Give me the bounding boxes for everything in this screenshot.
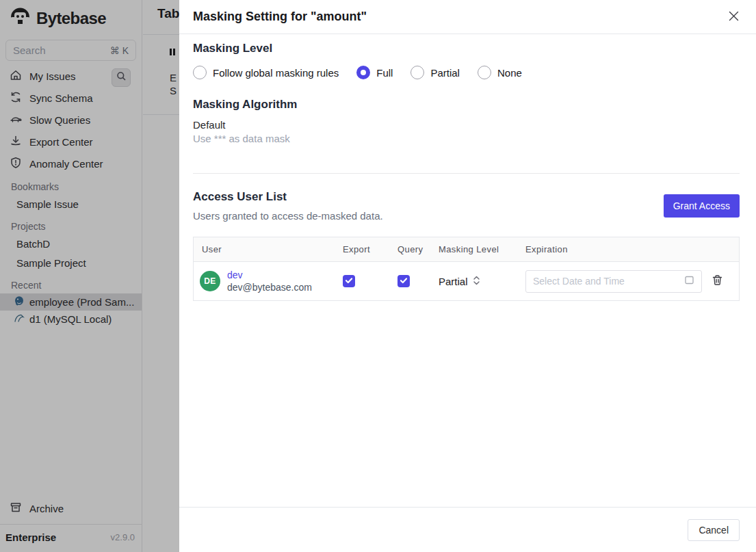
dialog-body: Masking Level Follow global masking rule… bbox=[179, 42, 756, 301]
check-icon bbox=[345, 275, 353, 287]
avatar: DE bbox=[200, 271, 220, 291]
expiration-date-input[interactable] bbox=[533, 276, 684, 287]
user-cell: DE dev dev@bytebase.com bbox=[194, 269, 335, 293]
cancel-button[interactable]: Cancel bbox=[688, 519, 740, 541]
calendar-icon bbox=[684, 275, 694, 288]
column-header-expiration: Expiration bbox=[517, 237, 702, 261]
masking-setting-dialog: Masking Setting for "amount" Masking Lev… bbox=[179, 0, 756, 552]
column-header-masking-level: Masking Level bbox=[430, 237, 517, 261]
algorithm-description: Use *** as data mask bbox=[193, 133, 740, 144]
select-chevrons-icon bbox=[473, 275, 480, 288]
user-name-link[interactable]: dev bbox=[227, 269, 312, 281]
export-checkbox[interactable] bbox=[343, 275, 355, 287]
radio-label: Full bbox=[376, 67, 393, 79]
column-header-query: Query bbox=[389, 237, 430, 261]
radio-circle-selected bbox=[356, 66, 370, 79]
masking-level-heading: Masking Level bbox=[193, 42, 740, 55]
actions-cell bbox=[702, 274, 739, 288]
delete-access-button[interactable] bbox=[712, 274, 723, 288]
screen: Bytebase Search ⌘ K My Issues bbox=[0, 0, 756, 552]
user-identity: dev dev@bytebase.com bbox=[227, 269, 312, 293]
export-cell bbox=[335, 275, 389, 287]
radio-label: Follow global masking rules bbox=[213, 67, 339, 79]
access-user-list-heading: Access User List bbox=[193, 190, 383, 204]
dialog-header: Masking Setting for "amount" bbox=[179, 0, 756, 34]
radio-circle bbox=[410, 66, 424, 79]
query-checkbox[interactable] bbox=[397, 275, 410, 287]
dialog-footer: Cancel bbox=[179, 507, 756, 552]
column-header-user: User bbox=[194, 237, 335, 261]
radio-label: None bbox=[497, 67, 522, 79]
radio-follow-global[interactable]: Follow global masking rules bbox=[193, 66, 339, 79]
radio-none[interactable]: None bbox=[478, 66, 522, 79]
masking-algorithm-heading: Masking Algorithm bbox=[193, 98, 740, 111]
query-cell bbox=[389, 275, 430, 287]
dialog-title: Masking Setting for "amount" bbox=[193, 10, 367, 24]
radio-label: Partial bbox=[430, 67, 460, 79]
expiration-date-picker[interactable] bbox=[525, 270, 702, 293]
access-user-table: User Export Query Masking Level Expirati… bbox=[193, 237, 740, 301]
radio-circle bbox=[478, 66, 491, 79]
access-header-text: Access User List Users granted to access… bbox=[193, 190, 383, 222]
check-icon bbox=[400, 275, 408, 287]
radio-partial[interactable]: Partial bbox=[410, 66, 460, 79]
expiration-cell bbox=[517, 270, 702, 293]
algorithm-name: Default bbox=[193, 119, 740, 131]
close-button[interactable] bbox=[726, 10, 741, 25]
masking-level-radio-group: Follow global masking rules Full Partial… bbox=[193, 66, 740, 79]
masking-level-value: Partial bbox=[439, 276, 468, 287]
radio-full[interactable]: Full bbox=[356, 66, 393, 79]
column-header-export: Export bbox=[335, 237, 389, 261]
access-user-list-subheading: Users granted to access de-masked data. bbox=[193, 210, 383, 222]
access-header-row: Access User List Users granted to access… bbox=[193, 190, 740, 222]
section-divider bbox=[193, 173, 740, 174]
table-row: DE dev dev@bytebase.com bbox=[194, 262, 739, 300]
radio-circle bbox=[193, 66, 207, 79]
grant-access-button[interactable]: Grant Access bbox=[664, 194, 740, 218]
column-header-actions bbox=[702, 243, 739, 257]
trash-icon bbox=[712, 274, 723, 288]
close-icon bbox=[727, 10, 740, 25]
masking-level-select[interactable]: Partial bbox=[430, 275, 517, 288]
table-header-row: User Export Query Masking Level Expirati… bbox=[194, 237, 739, 262]
user-email: dev@bytebase.com bbox=[227, 281, 312, 293]
